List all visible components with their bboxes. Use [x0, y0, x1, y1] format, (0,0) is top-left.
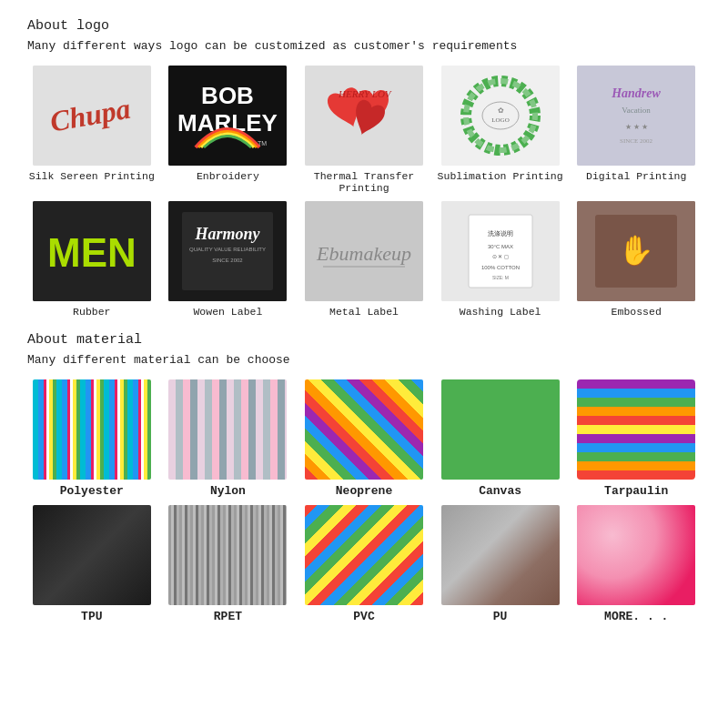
svg-text:Handrew: Handrew: [611, 86, 661, 100]
svg-text:SIZE: M: SIZE: M: [492, 275, 509, 280]
more-swatch: [577, 505, 695, 605]
chupa-image: Chupa: [33, 66, 151, 166]
list-item: MORE. . .: [571, 505, 701, 623]
hearts-label: Thermal Transfer Printing: [299, 170, 429, 194]
neoprene-label: Neoprene: [336, 484, 392, 498]
handrew-label: Digital Printing: [586, 170, 686, 182]
chupa-label: Silk Sereen Printing: [29, 170, 155, 182]
about-material-title: About material: [27, 332, 701, 348]
svg-text:100% COTTON: 100% COTTON: [480, 265, 519, 270]
more-label: MORE. . .: [604, 610, 668, 623]
list-item: PVC: [299, 505, 429, 623]
list-item: TPU: [27, 505, 157, 623]
list-item: Polyester: [27, 379, 157, 498]
pvc-swatch: [305, 505, 423, 605]
list-item: Chupa Silk Sereen Printing: [27, 66, 157, 194]
list-item: MEN Rubber: [27, 201, 157, 318]
neoprene-swatch: [305, 379, 423, 480]
about-material-section: About material Many different material c…: [27, 332, 701, 623]
svg-text:SINCE 2002: SINCE 2002: [213, 258, 244, 263]
about-logo-section: About logo Many different ways logo can …: [27, 18, 701, 318]
list-item: 洗涤说明 30°C MAX ⊙ ✕ ◻ 100% COTTON SIZE: M …: [436, 201, 565, 318]
list-item: PU: [436, 505, 565, 623]
washing-image: 洗涤说明 30°C MAX ⊙ ✕ ◻ 100% COTTON SIZE: M: [441, 201, 560, 301]
canvas-label: Canvas: [479, 484, 521, 498]
rpet-label: RPET: [214, 610, 242, 623]
svg-text:★ ★ ★: ★ ★ ★: [625, 123, 648, 131]
list-item: BOB MARLEY TM Enbroidery: [164, 66, 293, 194]
list-item: ✋ Embossed: [571, 201, 701, 318]
tpu-swatch: [33, 505, 151, 605]
svg-text:洗涤说明: 洗涤说明: [488, 230, 513, 237]
svg-text:✋: ✋: [618, 233, 654, 268]
nylon-label: Nylon: [210, 484, 246, 498]
handrew-image: Handrew Vacation ★ ★ ★ SINCE 2002: [577, 66, 695, 166]
men-image: MEN: [33, 201, 151, 301]
embossed-image: ✋: [577, 201, 695, 301]
list-item: ✿ LOGO Sublimation Printing: [436, 66, 565, 194]
list-item: Ebumakeup Metal Label: [299, 201, 429, 318]
list-item: RPET: [164, 505, 293, 623]
about-logo-subtitle: Many different ways logo can be customiz…: [27, 39, 701, 53]
material-grid-row1: Polyester Nylon Neoprene Canvas Tarpauli…: [27, 379, 701, 498]
wreath-image: ✿ LOGO: [441, 66, 560, 166]
pu-label: PU: [493, 610, 508, 623]
material-grid-row2: TPU RPET PVC PU MORE. . .: [27, 505, 701, 623]
logo-grid-row2: MEN Rubber Harmony QUALITY VALUE RELIABI…: [27, 201, 701, 318]
harmony-label: Wowen Label: [193, 306, 262, 318]
bobmarley-image: BOB MARLEY TM: [168, 66, 287, 166]
washing-label: Washing Label: [460, 306, 541, 318]
list-item: Canvas: [436, 379, 565, 498]
list-item: Harmony QUALITY VALUE RELIABILITY SINCE …: [164, 201, 293, 318]
list-item: HERRY LOV Thermal Transfer Printing: [299, 66, 429, 194]
bobmarley-label: Enbroidery: [197, 170, 259, 182]
svg-text:LOGO: LOGO: [491, 116, 509, 124]
harmony-image: Harmony QUALITY VALUE RELIABILITY SINCE …: [168, 201, 287, 301]
svg-text:Harmony: Harmony: [195, 225, 261, 243]
svg-text:✿: ✿: [497, 106, 503, 115]
canvas-swatch: [441, 379, 560, 480]
pvc-label: PVC: [353, 610, 374, 623]
svg-text:30°C MAX: 30°C MAX: [488, 244, 513, 249]
tpu-label: TPU: [81, 610, 102, 623]
svg-text:BOB: BOB: [202, 82, 255, 109]
list-item: Nylon: [164, 379, 293, 498]
rpet-swatch: [168, 505, 287, 605]
nylon-swatch: [168, 379, 287, 480]
svg-text:MEN: MEN: [47, 230, 136, 275]
logo-grid-row1: Chupa Silk Sereen Printing BOB MARLEY TM: [27, 66, 701, 194]
polyester-label: Polyester: [60, 484, 124, 498]
polyester-swatch: [33, 379, 151, 480]
hearts-image: HERRY LOV: [305, 66, 423, 166]
about-material-subtitle: Many different material can be choose: [27, 353, 701, 367]
pu-swatch: [441, 505, 560, 605]
svg-text:Ebumakeup: Ebumakeup: [316, 242, 411, 265]
makeup-label: Metal Label: [329, 306, 399, 318]
list-item: Tarpaulin: [571, 379, 701, 498]
svg-text:TM: TM: [258, 140, 267, 147]
svg-rect-14: [577, 66, 695, 166]
men-label: Rubber: [73, 306, 110, 318]
embossed-label: Embossed: [612, 306, 662, 318]
svg-text:⊙ ✕ ◻: ⊙ ✕ ◻: [491, 254, 508, 259]
makeup-image: Ebumakeup: [305, 201, 423, 301]
svg-text:Vacation: Vacation: [622, 106, 651, 115]
list-item: Neoprene: [299, 379, 429, 498]
svg-text:HERRY LOV: HERRY LOV: [338, 88, 392, 99]
wreath-label: Sublimation Printing: [438, 170, 563, 182]
about-logo-title: About logo: [27, 18, 701, 34]
svg-text:SINCE 2002: SINCE 2002: [620, 137, 652, 145]
tarpaulin-label: Tarpaulin: [604, 484, 668, 498]
tarpaulin-swatch: [577, 379, 695, 480]
svg-text:QUALITY VALUE RELIABILITY: QUALITY VALUE RELIABILITY: [189, 247, 266, 252]
list-item: Handrew Vacation ★ ★ ★ SINCE 2002 Digita…: [571, 66, 701, 194]
